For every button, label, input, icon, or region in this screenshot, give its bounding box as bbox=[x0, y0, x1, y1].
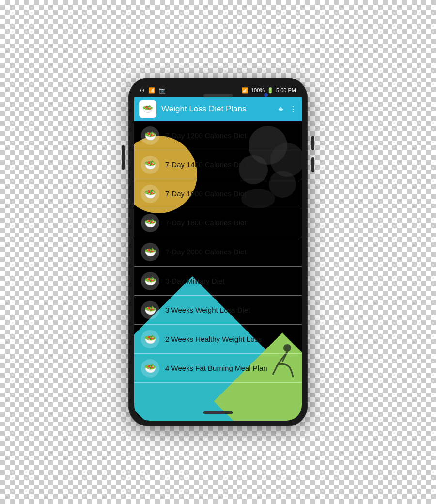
app-logo: 🥗 bbox=[139, 100, 156, 118]
item-icon-1: 🥗 bbox=[141, 126, 159, 145]
screen-content: ⊙ 📶 📷 📶 100% 🔋 5:00 PM 🥗 Weight Loss Die… bbox=[134, 83, 302, 421]
list-item[interactable]: 🥗 2 Weeks Healthy Weight Loss bbox=[134, 325, 302, 354]
time-display: 5:00 PM bbox=[276, 87, 296, 93]
item-icon-9: 🥗 bbox=[141, 359, 159, 378]
list-item[interactable]: 🥗 3-Day Military Diet bbox=[134, 267, 302, 296]
battery-text: 100% bbox=[251, 87, 265, 93]
wifi-icon: 📶 bbox=[148, 87, 155, 94]
item-label-5: 7-Day 2000 Calories Diet bbox=[165, 248, 247, 256]
item-label-9: 4 Weeks Fat Burning Meal Plan bbox=[165, 364, 267, 372]
item-label-1: 7-Day 1200 Calories Diet bbox=[165, 131, 247, 140]
app-bar-actions: ⎈ ⋮ bbox=[279, 105, 297, 114]
speaker-top bbox=[203, 94, 233, 97]
share-icon[interactable]: ⎈ bbox=[279, 105, 283, 113]
camera-icon: 📷 bbox=[159, 87, 166, 94]
item-icon-5: 🥗 bbox=[141, 243, 159, 261]
phone-screen: ⊙ 📶 📷 📶 100% 🔋 5:00 PM 🥗 Weight Loss Die… bbox=[134, 83, 302, 421]
list-item[interactable]: 🥗 4 Weeks Fat Burning Meal Plan bbox=[134, 354, 302, 383]
item-icon-3: 🥗 bbox=[141, 185, 159, 203]
main-content: 🥗 7-Day 1200 Calories Diet 🥗 7-Day 1400 … bbox=[134, 121, 302, 421]
app-bar: 🥗 Weight Loss Diet Plans ⎈ ⋮ bbox=[134, 97, 302, 121]
list-item[interactable]: 🥗 3 Weeks Weight Loss Diet bbox=[134, 296, 302, 325]
item-label-8: 2 Weeks Healthy Weight Loss bbox=[165, 335, 262, 343]
whatsapp-icon: ⊙ bbox=[140, 87, 144, 94]
item-label-2: 7-Day 1400 Calories Diet bbox=[165, 160, 247, 169]
item-label-6: 3-Day Military Diet bbox=[165, 277, 225, 285]
front-camera bbox=[264, 93, 268, 97]
item-label-7: 3 Weeks Weight Loss Diet bbox=[165, 306, 250, 314]
item-icon-8: 🥗 bbox=[141, 330, 159, 348]
app-title: Weight Loss Diet Plans bbox=[161, 104, 274, 114]
item-icon-6: 🥗 bbox=[141, 272, 159, 290]
battery-icon: 🔋 bbox=[267, 87, 274, 94]
power-button[interactable] bbox=[122, 145, 125, 170]
list-item[interactable]: 🥗 7-Day 1400 Calories Diet bbox=[134, 150, 302, 179]
volume-up-button[interactable] bbox=[311, 136, 314, 150]
item-icon-2: 🥗 bbox=[141, 156, 159, 174]
volume-down-button[interactable] bbox=[311, 158, 314, 172]
list-item[interactable]: 🥗 7-Day 2000 Calories Diet bbox=[134, 237, 302, 267]
item-icon-7: 🥗 bbox=[141, 301, 159, 319]
item-label-4: 7-Day 1800 Calories Diet bbox=[165, 219, 247, 227]
diet-plan-list: 🥗 7-Day 1200 Calories Diet 🥗 7-Day 1400 … bbox=[134, 121, 302, 421]
list-item[interactable]: 🥗 7-Day 1600 Calories Diet bbox=[134, 179, 302, 208]
speaker-bottom bbox=[203, 411, 233, 414]
item-label-3: 7-Day 1600 Calories Diet bbox=[165, 189, 247, 198]
more-options-icon[interactable]: ⋮ bbox=[289, 105, 297, 114]
status-left-icons: ⊙ 📶 📷 bbox=[140, 87, 166, 94]
status-right-info: 📶 100% 🔋 5:00 PM bbox=[242, 87, 296, 94]
item-icon-4: 🥗 bbox=[141, 214, 159, 232]
list-item[interactable]: 🥗 7-Day 1800 Calories Diet bbox=[134, 208, 302, 237]
signal-icon: 📶 bbox=[242, 87, 249, 94]
phone-device: ⊙ 📶 📷 📶 100% 🔋 5:00 PM 🥗 Weight Loss Die… bbox=[128, 78, 308, 426]
list-item[interactable]: 🥗 7-Day 1200 Calories Diet bbox=[134, 121, 302, 150]
